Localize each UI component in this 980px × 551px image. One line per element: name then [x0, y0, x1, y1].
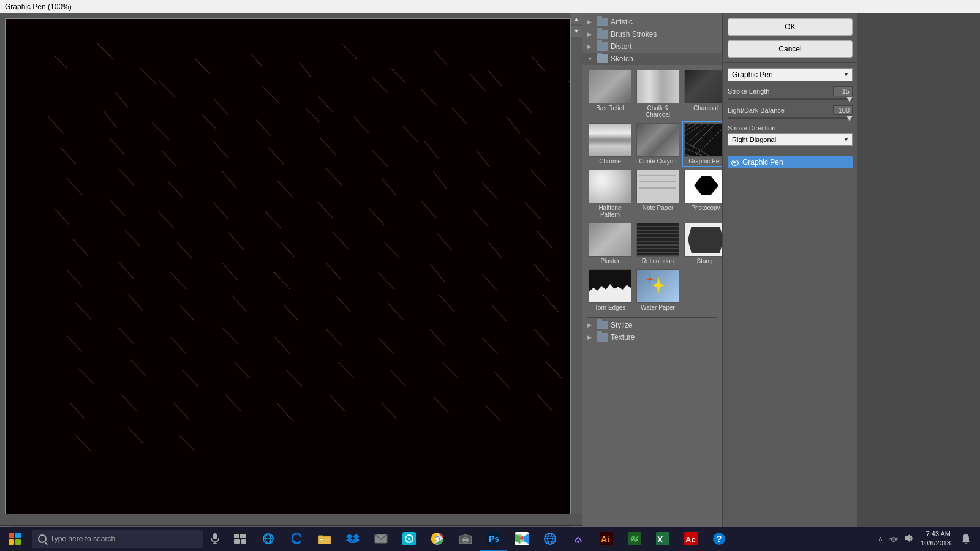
filter-thumb-chrome[interactable]: Chrome — [587, 122, 633, 166]
visibility-eye-icon[interactable] — [730, 159, 739, 165]
app-edge[interactable] — [283, 527, 310, 551]
tree-item-artistic[interactable]: ▶ Artistic — [582, 16, 722, 28]
filter-thumb-charcoal[interactable]: Charcoal — [683, 69, 722, 119]
tree-item-brush-strokes[interactable]: ▶ Brush Strokes — [582, 28, 722, 40]
tree-item-texture[interactable]: ▶ Texture — [582, 331, 722, 343]
folder-icon-distort — [597, 42, 608, 51]
windows-logo — [9, 533, 21, 545]
tree-arrow-stylize: ▶ — [587, 322, 595, 328]
right-settings: Graphic Pen Bas Relief Chalk & Charcoal … — [723, 63, 858, 151]
win-logo-red — [9, 533, 14, 538]
filter-thumb-bas-relief[interactable]: Bas Relief — [587, 69, 633, 119]
camera-icon — [458, 531, 473, 546]
app-mail[interactable] — [368, 527, 394, 551]
app-chrome[interactable] — [424, 527, 451, 551]
ink-icon — [571, 531, 586, 546]
thumb-charcoal-img — [684, 70, 722, 103]
filter-thumb-graphic-pen[interactable]: Graphic Pen — [683, 122, 722, 166]
tree-label-stylize: Stylize — [611, 321, 632, 329]
filter-panel: ▶ Artistic ▶ Brush Strokes ▶ Distort ▼ S… — [582, 13, 723, 551]
filter-thumb-photocopy[interactable]: Photocopy — [683, 168, 722, 219]
filter-thumb-stamp[interactable]: Stamp — [683, 222, 722, 266]
svg-point-59 — [577, 541, 579, 543]
start-button[interactable] — [0, 527, 29, 551]
filter-thumb-reticulation[interactable]: Reticulation — [635, 222, 680, 266]
thumb-note-paper-img — [636, 170, 679, 203]
app-acrobat[interactable]: Ac — [677, 527, 704, 551]
light-dark-label: Light/Dark Balance — [728, 107, 785, 114]
tray-network[interactable] — [888, 534, 900, 544]
vertical-scrollbar[interactable]: ▲ ▼ — [571, 13, 582, 514]
illustrator-icon: Ai — [599, 531, 614, 546]
scroll-up-btn[interactable]: ▲ — [571, 13, 582, 24]
thumb-halftone-img — [589, 170, 631, 203]
stroke-direction-row: Stroke Direction: Right Diagonal Left Di… — [728, 124, 853, 146]
effects-row: Graphic Pen — [728, 156, 853, 168]
effects-section: Graphic Pen — [723, 151, 858, 527]
stroke-length-slider[interactable] — [728, 98, 853, 100]
stroke-direction-select[interactable]: Right Diagonal Left Diagonal Horizontal … — [728, 133, 853, 146]
folder-icon-brush-strokes — [597, 30, 608, 39]
svg-text:X: X — [657, 534, 663, 544]
thumb-plaster-img — [589, 223, 631, 257]
taskbar-search[interactable]: Type here to search — [32, 530, 203, 548]
app-groove[interactable] — [396, 527, 423, 551]
notification-btn[interactable] — [957, 527, 975, 551]
thumb-conte-label: Conté Crayon — [639, 158, 677, 165]
canvas-wrapper: ▲ ▼ — [0, 13, 582, 525]
tray-volume[interactable] — [902, 534, 914, 544]
chrome-icon — [430, 531, 445, 546]
filter-thumb-conte-crayon[interactable]: Conté Crayon — [635, 122, 680, 166]
app-dropbox[interactable] — [339, 527, 366, 551]
app-illustrator[interactable]: Ai — [593, 527, 620, 551]
app-help[interactable]: ? — [706, 527, 733, 551]
app-maps[interactable] — [508, 527, 535, 551]
app-explorer[interactable] — [311, 527, 338, 551]
app-ie[interactable] — [255, 527, 282, 551]
app-ie-old[interactable] — [537, 527, 564, 551]
tree-item-distort[interactable]: ▶ Distort — [582, 40, 722, 53]
app-excel[interactable]: X — [649, 527, 676, 551]
thumb-water-paper-label: Water Paper — [641, 304, 675, 311]
light-dark-slider[interactable] — [728, 117, 853, 119]
filter-select[interactable]: Graphic Pen Bas Relief Chalk & Charcoal … — [728, 68, 853, 81]
filter-thumb-plaster[interactable]: Plaster — [587, 222, 633, 266]
ie-old-icon — [543, 531, 557, 546]
svg-point-69 — [893, 540, 895, 542]
right-panel: OK Cancel Graphic Pen Bas Relief Chalk &… — [723, 13, 858, 551]
thumb-charcoal-label: Charcoal — [693, 105, 718, 111]
acrobat-icon: Ac — [684, 531, 698, 546]
ok-button[interactable]: OK — [728, 18, 853, 36]
tree-item-stylize[interactable]: ▶ Stylize — [582, 319, 722, 331]
tray-chevron[interactable]: ∧ — [876, 534, 885, 543]
mic-button[interactable] — [206, 530, 224, 548]
taskbar: Type here to search — [0, 527, 980, 551]
folder-icon-stylize — [597, 321, 608, 329]
filter-thumb-note-paper[interactable]: Note Paper — [635, 168, 680, 219]
svg-rect-58 — [571, 532, 585, 545]
tree-item-sketch[interactable]: ▼ Sketch — [582, 53, 722, 65]
system-clock[interactable]: 7:43 AM 10/6/2018 — [917, 530, 954, 549]
stroke-length-value: 15 — [833, 86, 853, 96]
app-ink[interactable] — [565, 527, 592, 551]
filter-thumb-halftone[interactable]: Halftone Pattern — [587, 168, 633, 219]
app-container: ▲ ▼ ◀ ▶ ⊡ ⊞ 25% 50% 66.7% 100% 150% 200%… — [0, 13, 980, 551]
light-dark-value: 100 — [833, 105, 853, 115]
task-view-btn[interactable] — [227, 527, 254, 551]
filter-thumb-water-paper[interactable]: Water Paper — [635, 268, 680, 312]
scroll-down-btn[interactable]: ▼ — [571, 26, 582, 37]
filter-thumb-torn-edges[interactable]: Torn Edges — [587, 268, 633, 312]
app-ext[interactable] — [621, 527, 648, 551]
filter-thumb-chalk-charcoal[interactable]: Chalk & Charcoal — [635, 69, 680, 119]
light-dark-row: Light/Dark Balance 100 — [728, 105, 853, 119]
title-bar: Graphic Pen (100%) — [0, 0, 980, 13]
thumb-note-paper-label: Note Paper — [643, 204, 674, 211]
svg-rect-22 — [240, 534, 246, 538]
svg-rect-18 — [213, 533, 217, 539]
dropbox-icon — [345, 531, 360, 546]
app-camera[interactable] — [452, 527, 479, 551]
win-logo-yellow — [9, 539, 14, 545]
thumb-chrome-img — [589, 123, 631, 157]
cancel-button[interactable]: Cancel — [728, 40, 853, 58]
app-photoshop[interactable]: Ps — [480, 527, 507, 551]
